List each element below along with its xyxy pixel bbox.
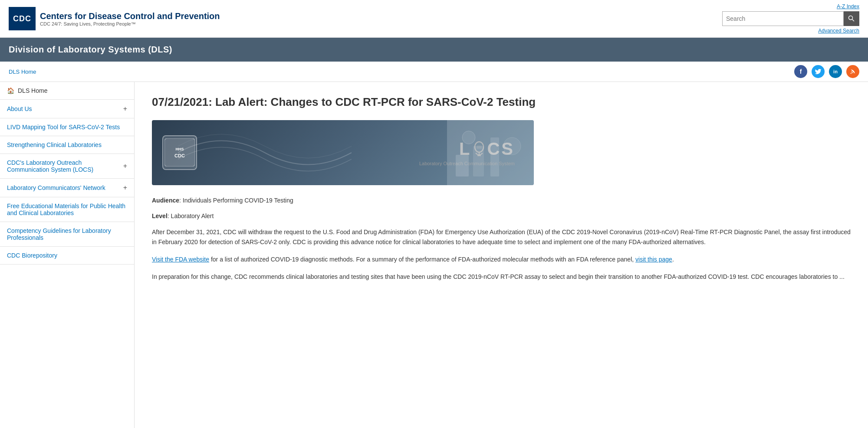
cdc-logo: CDC bbox=[9, 7, 36, 30]
twitter-icon[interactable] bbox=[812, 65, 825, 78]
fda-website-link[interactable]: Visit the FDA website bbox=[152, 256, 209, 263]
sidebar-item-about-us[interactable]: About Us + bbox=[0, 100, 134, 118]
sidebar-label-about-us: About Us bbox=[7, 105, 123, 112]
rss-icon[interactable] bbox=[846, 65, 859, 78]
content-area: 07/21/2021: Lab Alert: Changes to CDC RT… bbox=[135, 82, 868, 428]
division-header: Division of Laboratory Systems (DLS) bbox=[0, 38, 868, 62]
svg-rect-14 bbox=[473, 146, 484, 176]
sidebar-item-strengthening[interactable]: Strengthening Clinical Laboratories bbox=[0, 136, 134, 154]
body-paragraph-2: Visit the FDA website for a list of auth… bbox=[152, 255, 851, 265]
sidebar-label-competency: Competency Guidelines for Laboratory Pro… bbox=[7, 227, 127, 241]
sidebar-label-free-materials: Free Educational Materials for Public He… bbox=[7, 203, 127, 216]
lab-illustration-icon bbox=[447, 120, 534, 185]
hero-lab-bg bbox=[447, 120, 534, 185]
sidebar-label-lcn: Laboratory Communicators' Network bbox=[7, 184, 123, 191]
facebook-label: f bbox=[800, 68, 802, 75]
audience-label: Audience bbox=[152, 197, 179, 204]
audience-field: Audience: Individuals Performing COVID-1… bbox=[152, 196, 851, 205]
hero-image: HHS CDC L bbox=[152, 120, 534, 185]
svg-point-2 bbox=[849, 16, 853, 20]
svg-point-17 bbox=[503, 137, 521, 155]
body-paragraph-1: After December 31, 2021, CDC will withdr… bbox=[152, 227, 851, 248]
sidebar-item-free-materials[interactable]: Free Educational Materials for Public He… bbox=[0, 197, 134, 222]
visit-this-page-link[interactable]: visit this page bbox=[635, 256, 672, 263]
search-icon bbox=[848, 15, 855, 22]
sidebar-home-item[interactable]: 🏠 DLS Home bbox=[0, 82, 134, 100]
sidebar-label-livd: LIVD Mapping Tool for SARS-CoV-2 Tests bbox=[7, 124, 127, 131]
expand-icon-lcn: + bbox=[123, 184, 127, 192]
svg-text:CDC: CDC bbox=[13, 14, 31, 23]
level-field: Level: Laboratory Alert bbox=[152, 211, 851, 221]
expand-icon-about-us: + bbox=[123, 105, 127, 113]
division-title: Division of Laboratory Systems (DLS) bbox=[9, 45, 172, 54]
sidebar-home-label: DLS Home bbox=[18, 87, 47, 94]
level-label: Level bbox=[152, 212, 168, 219]
twitter-bird-icon bbox=[815, 68, 822, 75]
level-value: : Laboratory Alert bbox=[168, 212, 214, 219]
expand-icon-locs: + bbox=[123, 162, 127, 170]
search-area: A-Z Index Advanced Search bbox=[722, 3, 859, 34]
svg-rect-15 bbox=[490, 137, 499, 176]
breadcrumb-bar: DLS Home f in bbox=[0, 62, 868, 82]
linkedin-icon[interactable]: in bbox=[829, 65, 842, 78]
sidebar-label-locs: CDC's Laboratory Outreach Communication … bbox=[7, 159, 123, 173]
social-icons: f in bbox=[794, 65, 859, 78]
page-title: 07/21/2021: Lab Alert: Changes to CDC RT… bbox=[152, 95, 851, 110]
sidebar-item-livd[interactable]: LIVD Mapping Tool for SARS-CoV-2 Tests bbox=[0, 118, 134, 136]
search-button[interactable] bbox=[844, 11, 859, 26]
logo-text: Centers for Disease Control and Preventi… bbox=[40, 11, 220, 26]
hero-wave-decoration bbox=[178, 120, 352, 185]
svg-point-4 bbox=[851, 73, 852, 74]
search-input[interactable] bbox=[722, 11, 844, 26]
org-tagline: CDC 24/7: Saving Lives, Protecting Peopl… bbox=[40, 21, 220, 26]
sidebar: 🏠 DLS Home About Us + LIVD Mapping Tool … bbox=[0, 82, 135, 428]
audience-value: : Individuals Performing COVID-19 Testin… bbox=[179, 197, 293, 204]
home-icon: 🏠 bbox=[7, 87, 14, 94]
sidebar-item-locs[interactable]: CDC's Laboratory Outreach Communication … bbox=[0, 154, 134, 179]
linkedin-label: in bbox=[833, 69, 838, 74]
logo-area: CDC Centers for Disease Control and Prev… bbox=[9, 7, 220, 30]
svg-line-3 bbox=[852, 20, 855, 22]
facebook-icon[interactable]: f bbox=[794, 65, 807, 78]
sidebar-label-strengthening: Strengthening Clinical Laboratories bbox=[7, 141, 127, 148]
org-name: Centers for Disease Control and Preventi… bbox=[40, 11, 220, 21]
advanced-search-link[interactable]: Advanced Search bbox=[818, 28, 859, 34]
az-index-link[interactable]: A-Z Index bbox=[837, 3, 859, 10]
sidebar-item-competency[interactable]: Competency Guidelines for Laboratory Pro… bbox=[0, 222, 134, 247]
breadcrumb-home[interactable]: DLS Home bbox=[9, 69, 36, 75]
sidebar-label-biorepository: CDC Biorepository bbox=[7, 252, 127, 259]
body-paragraph-3: In preparation for this change, CDC reco… bbox=[152, 272, 851, 282]
body2-end: . bbox=[672, 256, 674, 263]
top-bar: CDC Centers for Disease Control and Prev… bbox=[0, 0, 868, 38]
svg-rect-13 bbox=[456, 155, 469, 176]
body2-text: for a list of authorized COVID-19 diagno… bbox=[209, 256, 635, 263]
rss-signal-icon bbox=[850, 69, 856, 75]
search-row bbox=[722, 11, 859, 26]
sidebar-item-biorepository[interactable]: CDC Biorepository bbox=[0, 247, 134, 265]
main-layout: 🏠 DLS Home About Us + LIVD Mapping Tool … bbox=[0, 82, 868, 428]
svg-point-16 bbox=[462, 131, 475, 144]
sidebar-item-lcn[interactable]: Laboratory Communicators' Network + bbox=[0, 179, 134, 197]
